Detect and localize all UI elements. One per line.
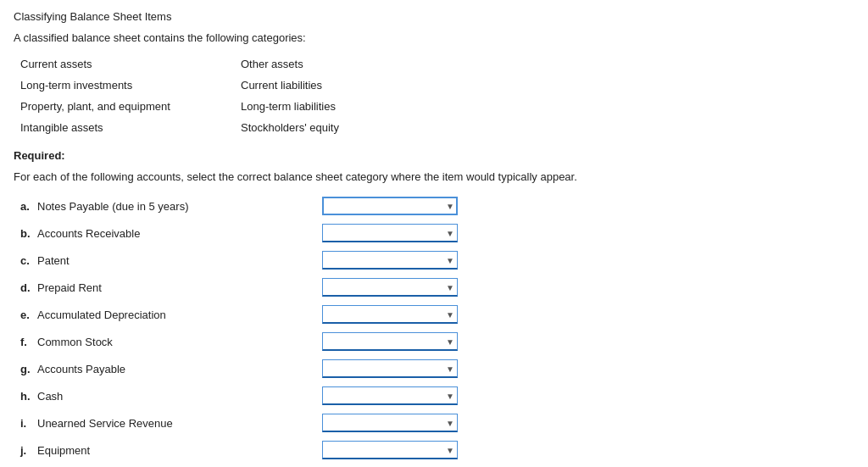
- dropdown-wrapper-c: Current assets Long-term investments Pro…: [322, 251, 458, 270]
- category-other-assets: Other assets: [241, 56, 461, 72]
- dropdown-wrapper-b: Current assets Long-term investments Pro…: [322, 224, 458, 242]
- question-label-h: h.: [20, 390, 34, 403]
- question-label-j: j.: [20, 444, 34, 457]
- question-label-g: g.: [20, 363, 34, 375]
- question-text-g: Accounts Payable: [34, 363, 322, 375]
- dropdown-wrapper-a: Current assets Long-term investments Pro…: [322, 197, 458, 215]
- category-intangible-assets: Intangible assets: [20, 120, 241, 136]
- question-row-g: g. Accounts Payable Current assets Long-…: [14, 359, 854, 378]
- question-row-f: f. Common Stock Current assets Long-term…: [14, 332, 854, 351]
- question-list: a. Notes Payable (due in 5 years) Curren…: [14, 197, 854, 459]
- dropdown-wrapper-e: Current assets Long-term investments Pro…: [322, 305, 458, 324]
- question-label-d: d.: [20, 281, 34, 294]
- question-text-b: Accounts Receivable: [34, 227, 322, 240]
- dropdown-wrapper-j: Current assets Long-term investments Pro…: [322, 441, 458, 459]
- question-row-j: j. Equipment Current assets Long-term in…: [14, 441, 854, 459]
- dropdown-i[interactable]: Current assets Long-term investments Pro…: [322, 414, 458, 432]
- dropdown-a[interactable]: Current assets Long-term investments Pro…: [322, 197, 458, 215]
- question-text-j: Equipment: [34, 444, 322, 457]
- dropdown-c[interactable]: Current assets Long-term investments Pro…: [322, 251, 458, 270]
- question-row-a: a. Notes Payable (due in 5 years) Curren…: [14, 197, 854, 215]
- category-stockholders-equity: Stockholders' equity: [241, 120, 461, 136]
- dropdown-wrapper-g: Current assets Long-term investments Pro…: [322, 359, 458, 378]
- question-text-f: Common Stock: [34, 336, 322, 348]
- question-row-h: h. Cash Current assets Long-term investm…: [14, 386, 854, 405]
- question-text-a: Notes Payable (due in 5 years): [34, 200, 322, 213]
- question-row-e: e. Accumulated Depreciation Current asse…: [14, 305, 854, 324]
- dropdown-d[interactable]: Current assets Long-term investments Pro…: [322, 278, 458, 297]
- category-long-term-investments: Long-term investments: [20, 77, 241, 93]
- categories-grid: Current assets Other assets Long-term in…: [14, 56, 854, 136]
- dropdown-e[interactable]: Current assets Long-term investments Pro…: [322, 305, 458, 324]
- question-label-f: f.: [20, 336, 34, 348]
- question-row-i: i. Unearned Service Revenue Current asse…: [14, 414, 854, 432]
- question-label-i: i.: [20, 417, 34, 430]
- dropdown-wrapper-i: Current assets Long-term investments Pro…: [322, 414, 458, 432]
- question-text-i: Unearned Service Revenue: [34, 417, 322, 430]
- question-label-c: c.: [20, 254, 34, 267]
- category-current-liabilities: Current liabilities: [241, 77, 461, 93]
- dropdown-b[interactable]: Current assets Long-term investments Pro…: [322, 224, 458, 242]
- question-text-h: Cash: [34, 390, 322, 403]
- intro-text: A classified balance sheet contains the …: [14, 31, 854, 44]
- question-row-c: c. Patent Current assets Long-term inves…: [14, 251, 854, 270]
- dropdown-f[interactable]: Current assets Long-term investments Pro…: [322, 332, 458, 351]
- dropdown-wrapper-f: Current assets Long-term investments Pro…: [322, 332, 458, 351]
- instruction-text: For each of the following accounts, sele…: [14, 170, 854, 183]
- question-text-e: Accumulated Depreciation: [34, 309, 322, 321]
- dropdown-h[interactable]: Current assets Long-term investments Pro…: [322, 386, 458, 405]
- dropdown-wrapper-d: Current assets Long-term investments Pro…: [322, 278, 458, 297]
- required-label: Required:: [14, 149, 854, 162]
- category-long-term-liabilities: Long-term liabilities: [241, 98, 461, 114]
- page-title: Classifying Balance Sheet Items: [14, 10, 854, 23]
- category-current-assets: Current assets: [20, 56, 241, 72]
- question-row-d: d. Prepaid Rent Current assets Long-term…: [14, 278, 854, 297]
- question-label-a: a.: [20, 200, 34, 213]
- question-text-c: Patent: [34, 254, 322, 267]
- question-row-b: b. Accounts Receivable Current assets Lo…: [14, 224, 854, 242]
- category-property-plant-equipment: Property, plant, and equipment: [20, 98, 241, 114]
- question-text-d: Prepaid Rent: [34, 281, 322, 294]
- dropdown-j[interactable]: Current assets Long-term investments Pro…: [322, 441, 458, 459]
- dropdown-g[interactable]: Current assets Long-term investments Pro…: [322, 359, 458, 378]
- question-label-e: e.: [20, 309, 34, 321]
- dropdown-wrapper-h: Current assets Long-term investments Pro…: [322, 386, 458, 405]
- question-label-b: b.: [20, 227, 34, 240]
